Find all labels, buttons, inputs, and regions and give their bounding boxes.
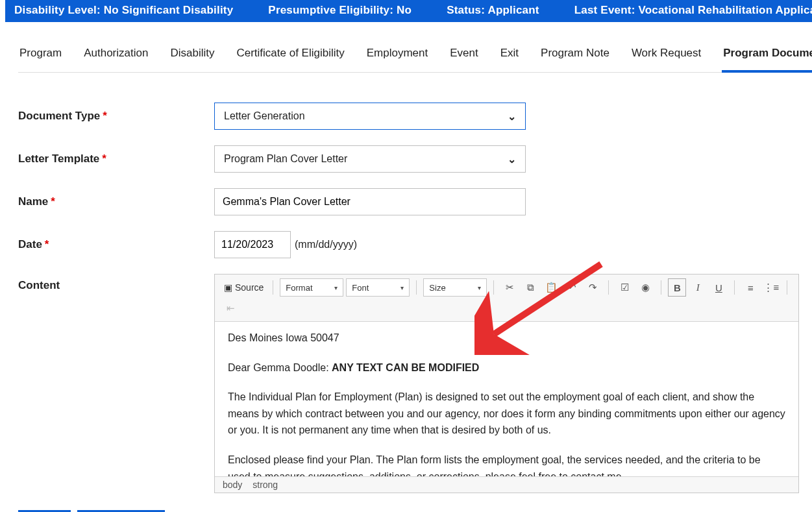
input-name[interactable] (214, 188, 526, 215)
source-icon: ▣ (224, 282, 232, 293)
tab-work-request[interactable]: Work Request (630, 38, 702, 72)
tab-certificate-eligibility[interactable]: Certificate of Eligibility (235, 38, 345, 72)
tab-exit[interactable]: Exit (499, 38, 520, 72)
editor-line-address: Des Moines Iowa 50047 (228, 330, 785, 347)
tab-event[interactable]: Event (449, 38, 479, 72)
rich-text-editor: ▣ Source Format▾ Font▾ Size▾ ✂ (214, 274, 799, 493)
status-last-event: Last Event: Vocational Rehabilitation Ap… (574, 4, 812, 17)
select-letter-template-value: Program Plan Cover Letter (224, 153, 347, 165)
editor-para-enclosed: Enclosed please find your Plan. The Plan… (228, 452, 785, 476)
paste-icon[interactable]: 📋 (542, 278, 560, 297)
label-content: Content (18, 274, 214, 292)
cut-icon[interactable]: ✂ (500, 278, 519, 297)
undo-icon[interactable]: ↶ (563, 278, 581, 297)
status-presumptive: Presumptive Eligibility: No (268, 4, 412, 17)
underline-button[interactable]: U (709, 278, 728, 297)
tab-employment[interactable]: Employment (365, 38, 429, 72)
italic-button[interactable]: I (689, 278, 707, 297)
tab-program-note[interactable]: Program Note (539, 38, 611, 72)
numbered-list-icon[interactable]: ≡ (741, 278, 759, 297)
editor-para-plan: The Individual Plan for Employment (Plan… (228, 389, 785, 439)
select-letter-template[interactable]: Program Plan Cover Letter ⌄ (214, 145, 526, 173)
toolbar-format-dropdown[interactable]: Format▾ (280, 278, 343, 297)
tab-program[interactable]: Program (18, 38, 63, 72)
outdent-icon[interactable]: ⇤ (221, 299, 240, 317)
toolbar-source-button[interactable]: ▣ Source (221, 280, 266, 295)
select-document-type-value: Letter Generation (224, 110, 305, 122)
radio-icon[interactable]: ◉ (636, 278, 654, 297)
tab-disability[interactable]: Disability (169, 38, 215, 72)
editor-toolbar: ▣ Source Format▾ Font▾ Size▾ ✂ (215, 274, 798, 322)
editor-content-area[interactable]: Des Moines Iowa 50047 Dear Gemma Doodle:… (215, 322, 798, 476)
toolbar-size-dropdown[interactable]: Size▾ (423, 278, 487, 297)
toolbar-font-dropdown[interactable]: Font▾ (346, 278, 410, 297)
label-name: Name* (18, 195, 214, 208)
status-status: Status: Applicant (447, 4, 539, 17)
label-letter-template: Letter Template* (18, 152, 214, 165)
date-format-hint: (mm/dd/yyyy) (295, 239, 357, 250)
copy-icon[interactable]: ⧉ (521, 278, 539, 297)
tab-authorization[interactable]: Authorization (82, 38, 149, 72)
select-document-type[interactable]: Letter Generation ⌄ (214, 103, 526, 130)
chevron-down-icon: ⌄ (508, 110, 516, 123)
editor-element-path: body strong (215, 476, 798, 493)
label-date: Date* (18, 238, 214, 251)
path-strong[interactable]: strong (252, 480, 278, 490)
checkbox-icon[interactable]: ☑ (615, 278, 634, 297)
label-document-type: Document Type* (18, 110, 214, 123)
chevron-down-icon: ⌄ (508, 153, 516, 165)
status-disability: Disability Level: No Significant Disabil… (14, 4, 233, 17)
bullet-list-icon[interactable]: ⋮≡ (762, 278, 780, 297)
status-bar: Disability Level: No Significant Disabil… (5, 0, 812, 22)
redo-icon[interactable]: ↷ (584, 278, 602, 297)
tab-bar: Program Authorization Disability Certifi… (18, 38, 799, 73)
editor-line-salutation: Dear Gemma Doodle: ANY TEXT CAN BE MODIF… (228, 360, 785, 376)
bold-button[interactable]: B (668, 278, 686, 297)
tab-program-document[interactable]: Program Document (722, 38, 812, 73)
input-date[interactable] (214, 231, 291, 258)
path-body[interactable]: body (223, 480, 242, 490)
